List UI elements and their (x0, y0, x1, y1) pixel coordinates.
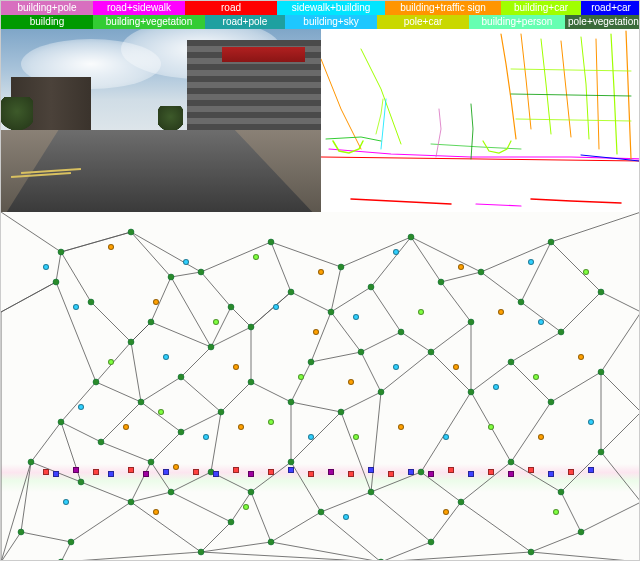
scatter-point (153, 299, 159, 305)
scatter-point (243, 504, 249, 510)
scatter-point (248, 471, 254, 477)
edge-stroke (326, 137, 381, 141)
scatter-point (238, 424, 244, 430)
scatter-point (163, 354, 169, 360)
legend: building+poleroad+sidewalkroadsidewalk+b… (1, 1, 640, 29)
scatter-point (108, 471, 114, 477)
edge-stroke (376, 99, 383, 134)
edge-stroke (471, 104, 473, 159)
street-photo-panel (1, 29, 321, 212)
scatter-point (158, 409, 164, 415)
edge-stroke (436, 109, 441, 157)
scatter-point (453, 364, 459, 370)
legend-cell: building+sky (285, 15, 377, 29)
scatter-point (253, 254, 259, 260)
scatter-point (43, 264, 49, 270)
scatter-point (308, 434, 314, 440)
legend-cell: building+pole (1, 1, 93, 15)
legend-cell: building (1, 15, 93, 29)
scatter-point (548, 471, 554, 477)
scatter-point (328, 469, 334, 475)
scatter-point (583, 269, 589, 275)
scatter-point (53, 471, 59, 477)
scatter-point (458, 264, 464, 270)
edge-stroke (561, 41, 571, 137)
scatter-point (353, 314, 359, 320)
scatter-point (268, 419, 274, 425)
scatter-point (233, 467, 239, 473)
scatter-point (43, 469, 49, 475)
edge-stroke (626, 31, 631, 159)
edge-map-svg (321, 29, 640, 212)
scatter-point (203, 434, 209, 440)
scatter-point (348, 379, 354, 385)
scatter-point (393, 364, 399, 370)
scatter-point (273, 304, 279, 310)
scatter-point (468, 471, 474, 477)
scatter-point (408, 469, 414, 475)
scatter-point (128, 467, 134, 473)
legend-row: building+poleroad+sidewalkroadsidewalk+b… (1, 1, 640, 15)
edge-stroke (351, 199, 451, 204)
scatter-point (213, 471, 219, 477)
legend-cell: road+car (581, 1, 640, 15)
edge-stroke (511, 94, 631, 96)
scatter-point (428, 471, 434, 477)
scatter-point (163, 469, 169, 475)
scatter-point (213, 319, 219, 325)
edge-stroke (611, 34, 617, 154)
scatter-point (173, 464, 179, 470)
legend-cell: building+car (501, 1, 581, 15)
figure-container: building+poleroad+sidewalkroadsidewalk+b… (1, 1, 640, 561)
scatter-point (488, 424, 494, 430)
scatter-point (388, 471, 394, 477)
edge-stroke (483, 141, 511, 153)
scatter-point (528, 259, 534, 265)
scatter-point (568, 469, 574, 475)
scatter-point (553, 509, 559, 515)
scatter-point (353, 434, 359, 440)
scatter-point (183, 259, 189, 265)
legend-row: buildingbuilding+vegetationroad+polebuil… (1, 15, 640, 29)
legend-cell: pole+vegetation (565, 15, 640, 29)
edge-stroke (531, 199, 621, 203)
scatter-point (313, 329, 319, 335)
scatter-point (73, 304, 79, 310)
scatter-point (398, 424, 404, 430)
scatter-point (348, 471, 354, 477)
legend-cell: building+person (469, 15, 565, 29)
scatter-point (508, 471, 514, 477)
scatter-point (193, 469, 199, 475)
scatter-point (78, 404, 84, 410)
legend-cell: road+sidewalk (93, 1, 185, 15)
legend-cell: road+pole (205, 15, 285, 29)
legend-cell: pole+car (377, 15, 469, 29)
scatter-layer (1, 212, 640, 561)
scatter-point (488, 469, 494, 475)
edge-stroke (521, 34, 531, 129)
scatter-point (588, 467, 594, 473)
scatter-point (443, 509, 449, 515)
scatter-point (418, 309, 424, 315)
scatter-point (528, 467, 534, 473)
scatter-point (288, 467, 294, 473)
legend-cell: building+traffic sign (385, 1, 501, 15)
edge-stroke (476, 204, 521, 206)
scatter-point (123, 424, 129, 430)
edge-stroke (361, 49, 401, 144)
scatter-point (493, 384, 499, 390)
scatter-point (368, 467, 374, 473)
legend-cell: sidewalk+building (277, 1, 385, 15)
scatter-point (448, 467, 454, 473)
scatter-point (588, 419, 594, 425)
scatter-point (578, 354, 584, 360)
scatter-point (308, 471, 314, 477)
scatter-point (143, 471, 149, 477)
legend-cell: road (185, 1, 277, 15)
scatter-point (268, 469, 274, 475)
edge-stroke (516, 119, 631, 121)
graph-panel (1, 212, 640, 561)
edge-stroke (581, 37, 589, 139)
scatter-point (538, 319, 544, 325)
scatter-point (63, 499, 69, 505)
